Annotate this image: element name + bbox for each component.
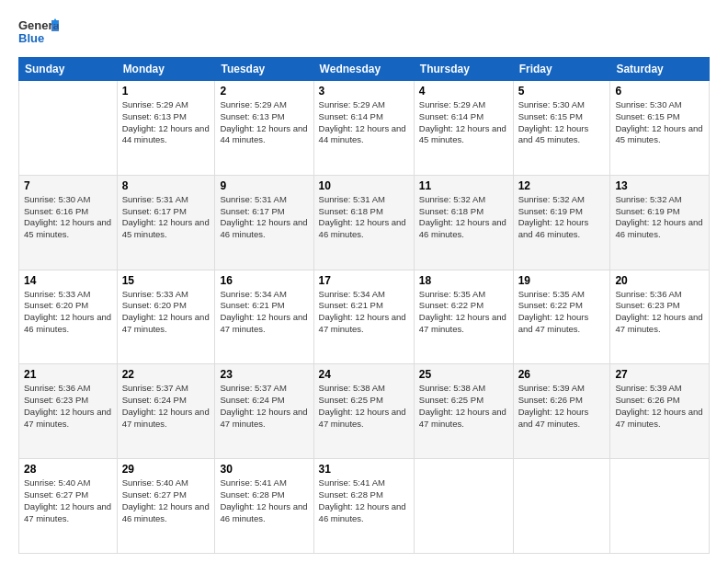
day-number: 7 [24, 179, 112, 192]
day-number: 8 [122, 179, 210, 192]
day-cell: 6Sunrise: 5:30 AMSunset: 6:15 PMDaylight… [610, 81, 710, 176]
header: General Blue [18, 17, 710, 50]
svg-text:Blue: Blue [18, 31, 44, 45]
day-info: Sunrise: 5:30 AMSunset: 6:16 PMDaylight:… [24, 194, 112, 241]
day-cell: 1Sunrise: 5:29 AMSunset: 6:13 PMDaylight… [117, 81, 215, 176]
day-cell: 19Sunrise: 5:35 AMSunset: 6:22 PMDayligh… [513, 270, 610, 364]
day-cell: 29Sunrise: 5:40 AMSunset: 6:27 PMDayligh… [117, 459, 215, 554]
day-cell: 7Sunrise: 5:30 AMSunset: 6:16 PMDaylight… [19, 175, 118, 270]
day-info: Sunrise: 5:29 AMSunset: 6:14 PMDaylight:… [319, 99, 409, 146]
day-number: 22 [122, 368, 210, 381]
day-cell: 31Sunrise: 5:41 AMSunset: 6:28 PMDayligh… [313, 459, 414, 554]
day-number: 3 [319, 85, 409, 98]
day-cell: 21Sunrise: 5:36 AMSunset: 6:23 PMDayligh… [19, 364, 118, 459]
day-info: Sunrise: 5:29 AMSunset: 6:13 PMDaylight:… [220, 99, 308, 146]
day-number: 5 [518, 85, 606, 98]
day-number: 15 [122, 274, 210, 287]
day-cell: 10Sunrise: 5:31 AMSunset: 6:18 PMDayligh… [313, 175, 414, 270]
day-number: 1 [122, 85, 210, 98]
day-cell: 28Sunrise: 5:40 AMSunset: 6:27 PMDayligh… [19, 459, 118, 554]
day-cell [414, 459, 513, 554]
day-number: 14 [24, 274, 112, 287]
calendar-table: SundayMondayTuesdayWednesdayThursdayFrid… [18, 57, 710, 554]
day-number: 4 [419, 85, 508, 98]
day-cell: 22Sunrise: 5:37 AMSunset: 6:24 PMDayligh… [117, 364, 215, 459]
logo-icon: General Blue [18, 17, 59, 50]
day-cell: 23Sunrise: 5:37 AMSunset: 6:24 PMDayligh… [215, 364, 313, 459]
day-cell: 3Sunrise: 5:29 AMSunset: 6:14 PMDaylight… [313, 81, 414, 176]
day-number: 23 [220, 368, 308, 381]
day-cell: 25Sunrise: 5:38 AMSunset: 6:25 PMDayligh… [414, 364, 513, 459]
day-number: 28 [24, 463, 112, 476]
day-info: Sunrise: 5:32 AMSunset: 6:19 PMDaylight:… [615, 194, 704, 241]
day-info: Sunrise: 5:31 AMSunset: 6:18 PMDaylight:… [319, 194, 409, 241]
day-info: Sunrise: 5:38 AMSunset: 6:25 PMDaylight:… [419, 383, 508, 430]
day-info: Sunrise: 5:38 AMSunset: 6:25 PMDaylight:… [319, 383, 409, 430]
day-info: Sunrise: 5:36 AMSunset: 6:23 PMDaylight:… [615, 289, 704, 336]
day-number: 27 [615, 368, 704, 381]
day-number: 31 [319, 463, 409, 476]
day-info: Sunrise: 5:33 AMSunset: 6:20 PMDaylight:… [122, 289, 210, 336]
day-cell: 14Sunrise: 5:33 AMSunset: 6:20 PMDayligh… [19, 270, 118, 364]
weekday-saturday: Saturday [610, 58, 710, 81]
day-cell: 13Sunrise: 5:32 AMSunset: 6:19 PMDayligh… [610, 175, 710, 270]
weekday-thursday: Thursday [414, 58, 513, 81]
day-number: 26 [518, 368, 606, 381]
day-cell: 8Sunrise: 5:31 AMSunset: 6:17 PMDaylight… [117, 175, 215, 270]
day-number: 24 [319, 368, 409, 381]
day-cell: 17Sunrise: 5:34 AMSunset: 6:21 PMDayligh… [313, 270, 414, 364]
day-number: 16 [220, 274, 308, 287]
day-info: Sunrise: 5:29 AMSunset: 6:14 PMDaylight:… [419, 99, 508, 146]
weekday-tuesday: Tuesday [215, 58, 313, 81]
day-info: Sunrise: 5:39 AMSunset: 6:26 PMDaylight:… [615, 383, 704, 430]
day-number: 9 [220, 179, 308, 192]
day-info: Sunrise: 5:37 AMSunset: 6:24 PMDaylight:… [122, 383, 210, 430]
day-number: 30 [220, 463, 308, 476]
day-cell: 18Sunrise: 5:35 AMSunset: 6:22 PMDayligh… [414, 270, 513, 364]
day-info: Sunrise: 5:41 AMSunset: 6:28 PMDaylight:… [319, 477, 409, 524]
weekday-sunday: Sunday [19, 58, 118, 81]
day-number: 25 [419, 368, 508, 381]
day-cell: 12Sunrise: 5:32 AMSunset: 6:19 PMDayligh… [513, 175, 610, 270]
week-row-1: 1Sunrise: 5:29 AMSunset: 6:13 PMDaylight… [19, 81, 710, 176]
day-number: 19 [518, 274, 606, 287]
day-info: Sunrise: 5:39 AMSunset: 6:26 PMDaylight:… [518, 383, 606, 430]
day-cell: 9Sunrise: 5:31 AMSunset: 6:17 PMDaylight… [215, 175, 313, 270]
day-number: 12 [518, 179, 606, 192]
day-info: Sunrise: 5:32 AMSunset: 6:19 PMDaylight:… [518, 194, 606, 241]
day-cell: 24Sunrise: 5:38 AMSunset: 6:25 PMDayligh… [313, 364, 414, 459]
day-cell [19, 81, 118, 176]
day-info: Sunrise: 5:32 AMSunset: 6:18 PMDaylight:… [419, 194, 508, 241]
day-number: 11 [419, 179, 508, 192]
day-number: 10 [319, 179, 409, 192]
week-row-4: 21Sunrise: 5:36 AMSunset: 6:23 PMDayligh… [19, 364, 710, 459]
day-number: 2 [220, 85, 308, 98]
day-cell: 15Sunrise: 5:33 AMSunset: 6:20 PMDayligh… [117, 270, 215, 364]
weekday-friday: Friday [513, 58, 610, 81]
day-info: Sunrise: 5:31 AMSunset: 6:17 PMDaylight:… [122, 194, 210, 241]
weekday-wednesday: Wednesday [313, 58, 414, 81]
day-number: 21 [24, 368, 112, 381]
day-number: 29 [122, 463, 210, 476]
weekday-header-row: SundayMondayTuesdayWednesdayThursdayFrid… [19, 58, 710, 81]
day-cell [610, 459, 710, 554]
day-cell: 30Sunrise: 5:41 AMSunset: 6:28 PMDayligh… [215, 459, 313, 554]
day-number: 13 [615, 179, 704, 192]
page: General Blue SundayMondayTuesdayWednesda… [0, 0, 728, 563]
day-cell [513, 459, 610, 554]
day-info: Sunrise: 5:35 AMSunset: 6:22 PMDaylight:… [419, 289, 508, 336]
day-number: 6 [615, 85, 704, 98]
day-number: 20 [615, 274, 704, 287]
day-info: Sunrise: 5:30 AMSunset: 6:15 PMDaylight:… [615, 99, 704, 146]
day-info: Sunrise: 5:34 AMSunset: 6:21 PMDaylight:… [319, 289, 409, 336]
logo: General Blue [18, 17, 59, 50]
day-info: Sunrise: 5:41 AMSunset: 6:28 PMDaylight:… [220, 477, 308, 524]
day-info: Sunrise: 5:33 AMSunset: 6:20 PMDaylight:… [24, 289, 112, 336]
day-cell: 26Sunrise: 5:39 AMSunset: 6:26 PMDayligh… [513, 364, 610, 459]
day-info: Sunrise: 5:30 AMSunset: 6:15 PMDaylight:… [518, 99, 606, 146]
day-info: Sunrise: 5:34 AMSunset: 6:21 PMDaylight:… [220, 289, 308, 336]
day-number: 18 [419, 274, 508, 287]
day-info: Sunrise: 5:35 AMSunset: 6:22 PMDaylight:… [518, 289, 606, 336]
day-info: Sunrise: 5:31 AMSunset: 6:17 PMDaylight:… [220, 194, 308, 241]
week-row-2: 7Sunrise: 5:30 AMSunset: 6:16 PMDaylight… [19, 175, 710, 270]
